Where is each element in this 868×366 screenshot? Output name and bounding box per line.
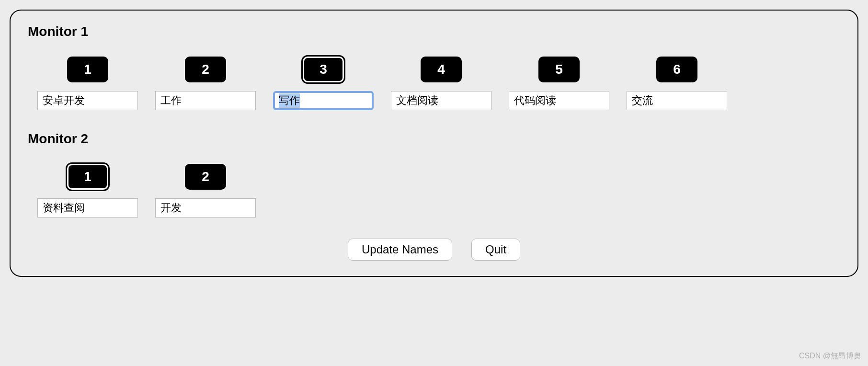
space-number-badge[interactable]: 6	[656, 57, 697, 82]
space-number-badge[interactable]: 2	[185, 164, 226, 190]
space-name-input[interactable]	[155, 91, 256, 110]
space-number-badge[interactable]: 1	[67, 57, 108, 82]
monitor-1-row: 1 2 3 4 5 6	[28, 57, 840, 110]
space-name-input[interactable]	[273, 91, 374, 110]
button-row: Update Names Quit	[28, 239, 840, 261]
space-number-badge[interactable]: 4	[421, 57, 462, 82]
settings-panel: Monitor 1 1 2 3 4 5 6 Monitor 2 1	[10, 10, 858, 277]
space-number-badge[interactable]: 3	[303, 57, 344, 82]
space-number-badge[interactable]: 2	[185, 57, 226, 82]
space-name-input[interactable]	[155, 198, 256, 217]
workspace-cell: 1	[37, 57, 138, 110]
workspace-cell: 2	[155, 164, 256, 217]
update-names-button[interactable]: Update Names	[348, 239, 452, 261]
monitor-2-row: 1 2	[28, 164, 840, 217]
workspace-cell: 1	[37, 164, 138, 217]
watermark-text: CSDN @無昂博奥	[799, 351, 861, 361]
workspace-cell: 5	[509, 57, 609, 110]
workspace-cell: 2	[155, 57, 256, 110]
workspace-cell: 4	[391, 57, 491, 110]
workspace-cell: 3	[273, 57, 374, 110]
space-number-badge[interactable]: 5	[538, 57, 580, 82]
monitor-1-heading: Monitor 1	[28, 24, 840, 39]
space-name-input[interactable]	[509, 91, 609, 110]
space-name-input[interactable]	[627, 91, 727, 110]
space-name-input[interactable]	[391, 91, 491, 110]
workspace-cell: 6	[627, 57, 727, 110]
quit-button[interactable]: Quit	[471, 239, 520, 261]
monitor-2-heading: Monitor 2	[28, 131, 840, 147]
space-number-badge[interactable]: 1	[67, 164, 108, 190]
space-name-input[interactable]	[37, 91, 138, 110]
space-name-input[interactable]	[37, 198, 138, 217]
